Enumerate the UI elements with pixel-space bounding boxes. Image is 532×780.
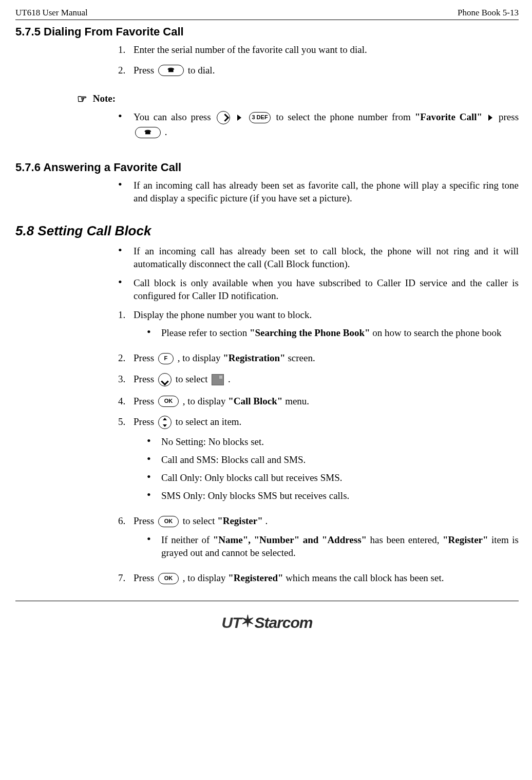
step-58-5-body: Press to select an item. No Setting: No … [134,415,519,507]
s4-a: Press [134,396,157,406]
s4-c: menu. [285,396,309,406]
s6-b: to select [183,515,218,526]
heading-576: 5.7.6 Answering a Favorite Call [15,160,519,175]
s5-opt1-text: No Setting: No blocks set. [161,435,519,448]
s5-b: to select an item. [176,416,242,427]
footer-logo: UT✶Starcom [15,610,519,633]
s6-a: Press [134,515,157,526]
step-58-6: Press OK to select "Register" . If neith… [118,514,519,564]
page-header: UT618 User Manual Phone Book 5-13 [15,7,519,18]
s5-opt3: Call Only: Only blocks call but receives… [147,471,519,484]
call-key-icon-2: ☎ [135,127,161,138]
s1-sub-b: on how to search the phone book [372,327,501,338]
triangle-icon-2 [488,115,492,121]
s6-sub-bold: "Name", "Number" and "Address" [213,534,367,545]
s2-b: , to display [178,352,223,363]
s5-a: Press [134,416,157,427]
note-label-text: Note: [90,93,116,104]
s5-opt2: Call and SMS: Blocks call and SMS. [147,453,519,466]
pointing-hand-icon: ☞ [77,91,87,106]
s5-opt1: No Setting: No blocks set. [147,435,519,448]
header-rule [15,20,519,20]
s6-bold: "Register" [217,515,263,526]
bullet-58-1-text: If an incoming call has already been set… [134,245,519,270]
step-575-2-text: Press ☎ to dial. [134,64,519,78]
note-c: press [499,112,519,122]
header-left: UT618 User Manual [15,7,88,18]
note-bold1: "Favorite Call" [415,112,482,122]
callblock-square-icon [212,374,224,385]
step-58-1-text: Display the phone number you want to blo… [134,309,312,320]
bullet-58-1: If an incoming call has already been set… [118,245,519,270]
s7-c: which means the call block has been set. [286,572,444,583]
intro-bullets-58: If an incoming call has already been set… [118,245,519,302]
step-575-2: Press ☎ to dial. [118,64,519,78]
s5-opt4-text: SMS Only: Only blocks SMS but receives c… [161,489,519,502]
call-key-icon: ☎ [158,65,184,76]
s6-sub-bold2: "Register" [443,534,488,545]
step-575-1: Enter the serial number of the favorite … [118,43,519,56]
s5-opt3-text: Call Only: Only blocks call but receives… [161,471,519,484]
step-58-2-body: Press F , to display "Registration" scre… [134,351,519,365]
note-bullets-575: You can also press 3 DEF to select the p… [118,110,519,139]
step-58-2: Press F , to display "Registration" scre… [118,351,519,365]
s1-sub-bold: "Searching the Phone Book" [250,327,370,338]
num3-key-icon: 3 DEF [249,112,270,123]
step-58-1-body: Display the phone number you want to blo… [134,308,519,344]
s7-a: Press [134,572,157,583]
step-58-6-sub: If neither of "Name", "Number" and "Addr… [147,533,519,559]
s1-sub-a: Please refer to section [161,327,250,338]
step-58-1-sub: Please refer to section "Searching the P… [147,326,519,339]
s3-b: to select [176,374,211,384]
note-label: ☞ Note: [77,91,519,106]
s5-opt2-text: Call and SMS: Blocks call and SMS. [161,453,519,466]
body-576: If an incoming call has already been set… [118,179,519,205]
nav-right-icon [217,111,230,124]
s6-c: . [265,515,268,526]
steps-575: Enter the serial number of the favorite … [118,43,519,77]
step-58-5-sub: No Setting: No blocks set. Call and SMS:… [147,435,519,502]
ok-key-icon-3: OK [158,573,179,584]
step-575-2-a: Press [134,65,157,76]
bullet-58-2: Call block is only available when you ha… [118,276,519,302]
step-58-1-sub-1-text: Please refer to section "Searching the P… [161,326,519,339]
utstarcom-logo: UT✶Starcom [221,614,312,631]
s6-sub-a: If neither of [161,534,213,545]
step-58-4: Press OK , to display "Call Block" menu. [118,395,519,408]
note-body-575: You can also press 3 DEF to select the p… [118,110,519,139]
bullet-576-1-text: If an incoming call has already been set… [134,179,519,205]
bullet-58-2-text: Call block is only available when you ha… [134,276,519,302]
ok-key-icon: OK [158,396,179,407]
note-b: to select the phone number from [276,112,415,122]
s4-b: , to display [183,396,229,406]
body-575: Enter the serial number of the favorite … [118,43,519,77]
step-58-1-sub-1: Please refer to section "Searching the P… [147,326,519,339]
s5-opt4: SMS Only: Only blocks SMS but receives c… [147,489,519,502]
header-right: Phone Book 5-13 [458,7,519,18]
s2-a: Press [134,352,157,363]
ok-key-icon-2: OK [158,516,179,527]
s6-sub-1: If neither of "Name", "Number" and "Addr… [147,533,519,559]
note-575: ☞ Note: [77,91,519,106]
nav-updown-icon [158,416,172,429]
heading-58: 5.8 Setting Call Block [15,222,519,239]
s4-bold: "Call Block" [228,396,282,406]
note-d: . [165,126,167,137]
step-575-2-b: to dial. [188,65,215,76]
s7-b: , to display [183,572,229,583]
step-58-4-body: Press OK , to display "Call Block" menu. [134,395,519,408]
step-58-3: Press to select . [118,373,519,387]
heading-575: 5.7.5 Dialing From Favorite Call [15,24,519,39]
bullet-576-1: If an incoming call has already been set… [118,179,519,205]
nav-down-icon [158,373,172,386]
star-icon: ✶ [241,612,254,630]
steps-58: Display the phone number you want to blo… [118,308,519,585]
note-bullet-575-1: You can also press 3 DEF to select the p… [118,110,519,139]
s6-sub-1-text: If neither of "Name", "Number" and "Addr… [161,533,519,559]
s2-bold: "Registration" [223,352,285,363]
body-58: If an incoming call has already been set… [118,245,519,585]
note-a: You can also press [134,112,215,122]
s2-c: screen. [288,352,315,363]
step-58-3-body: Press to select . [134,373,519,387]
step-58-5: Press to select an item. No Setting: No … [118,415,519,507]
